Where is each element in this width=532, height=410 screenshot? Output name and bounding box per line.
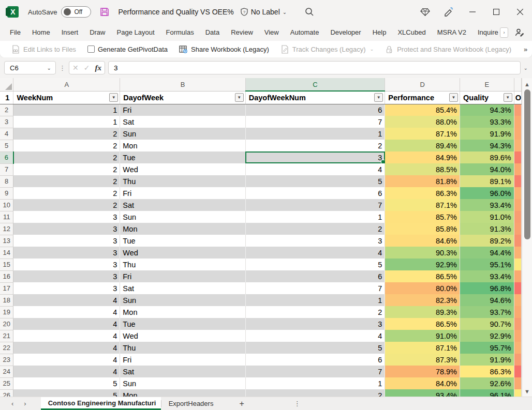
cell-oee-sliver[interactable]	[514, 104, 521, 116]
cell-quality[interactable]: 89.2%	[460, 235, 514, 247]
cell-quality[interactable]: 93.4%	[460, 199, 514, 211]
diamond-icon[interactable]	[413, 0, 437, 24]
cell-dayofweek[interactable]: Mon	[120, 389, 246, 397]
cell-oee-sliver[interactable]	[514, 163, 521, 175]
ribbon-tab-insert[interactable]: Insert	[56, 24, 84, 41]
scroll-down-arrow-icon[interactable]: ▼	[524, 388, 530, 394]
cell-weeknum[interactable]: 3	[13, 235, 120, 247]
cell-dayofweeknum[interactable]: 2	[245, 306, 385, 318]
row-header-20[interactable]: 20	[0, 318, 13, 330]
cell-dayofweeknum[interactable]: 4	[245, 163, 385, 175]
cell-oee-sliver[interactable]	[514, 270, 521, 282]
row-header-19[interactable]: 19	[0, 306, 13, 318]
cell-performance[interactable]: 87.1%	[385, 342, 460, 354]
cell-quality[interactable]: 93.4%	[460, 270, 514, 282]
cell-dayofweek[interactable]: Fri	[120, 354, 246, 366]
sheet-tab-contoso-engineering-manufacturi[interactable]: Contoso Engineering Manufacturi	[41, 397, 161, 410]
cell-weeknum[interactable]: 4	[13, 318, 120, 330]
cell-dayofweeknum[interactable]: 6	[245, 104, 385, 116]
scroll-up-arrow-icon[interactable]: ▲	[524, 81, 530, 87]
cell-performance[interactable]: 93.4%	[385, 389, 460, 397]
ribbon-tab-draw[interactable]: Draw	[84, 24, 111, 41]
cell-performance[interactable]: 86.5%	[385, 318, 460, 330]
filter-dropdown-button[interactable]: ▼	[504, 93, 512, 102]
cell-dayofweek[interactable]: Fri	[120, 104, 246, 116]
cell-dayofweek[interactable]: Sun	[120, 377, 246, 389]
cell-weeknum[interactable]: 2	[13, 187, 120, 199]
cell-weeknum[interactable]: 2	[13, 175, 120, 187]
ribbon-tab-file[interactable]: File	[4, 24, 26, 41]
cell-dayofweek[interactable]: Thu	[120, 175, 246, 187]
row-header-22[interactable]: 22	[0, 342, 13, 354]
row-header-14[interactable]: 14	[0, 247, 13, 259]
filter-dropdown-button[interactable]: ▼	[449, 93, 458, 102]
cell-oee-sliver[interactable]	[514, 128, 521, 140]
tab-bar-drag-handle[interactable]: ⋮	[294, 400, 301, 407]
cell-dayofweek[interactable]: Mon	[120, 223, 246, 235]
command-overflow-button[interactable]: »	[524, 45, 528, 53]
cell-dayofweeknum[interactable]: 2	[245, 389, 385, 397]
column-header-D[interactable]: D	[385, 78, 460, 91]
cell-dayofweek[interactable]: Wed	[120, 163, 246, 175]
cell-oee-sliver[interactable]	[514, 140, 521, 151]
cell-performance[interactable]: 82.3%	[385, 294, 460, 306]
cell-oee-sliver[interactable]	[514, 306, 521, 318]
ribbon-tab-home[interactable]: Home	[26, 24, 56, 41]
cell-performance[interactable]: 89.4%	[385, 140, 460, 151]
cell-dayofweeknum[interactable]: 2	[245, 140, 385, 151]
cell-dayofweeknum[interactable]: 2	[245, 223, 385, 235]
row-header-9[interactable]: 9	[0, 187, 13, 199]
sheet-tab-exportheaders[interactable]: ExportHeaders	[161, 397, 221, 410]
formula-bar-drag-handle[interactable]: ⋮	[59, 64, 66, 72]
cell-weeknum[interactable]: 3	[13, 282, 120, 294]
cell-quality[interactable]: 92.6%	[460, 377, 514, 389]
cell-quality[interactable]: 95.7%	[460, 342, 514, 354]
cell-performance[interactable]: 91.0%	[385, 330, 460, 342]
cell-weeknum[interactable]: 4	[13, 306, 120, 318]
row-header-18[interactable]: 18	[0, 294, 13, 306]
cell-weeknum[interactable]: 2	[13, 163, 120, 175]
cell-quality[interactable]: 94.3%	[460, 140, 514, 151]
cell-weeknum[interactable]: 3	[13, 211, 120, 223]
cell-oee-sliver[interactable]	[514, 282, 521, 294]
ribbon-tab-developer[interactable]: Developer	[324, 24, 366, 41]
cell-quality[interactable]: 93.7%	[460, 306, 514, 318]
cell-weeknum[interactable]: 3	[13, 270, 120, 282]
filter-dropdown-button[interactable]: ▼	[235, 93, 244, 102]
cell-weeknum[interactable]: 3	[13, 259, 120, 270]
sheet-nav-right-icon[interactable]: ›	[24, 400, 26, 407]
cell-dayofweeknum[interactable]: 6	[245, 187, 385, 199]
row-header-16[interactable]: 16	[0, 270, 13, 282]
cell-quality[interactable]: 91.9%	[460, 128, 514, 140]
ribbon-tab-help[interactable]: Help	[367, 24, 392, 41]
row-header-8[interactable]: 8	[0, 175, 13, 187]
cell-dayofweeknum[interactable]: 1	[245, 377, 385, 389]
cell-dayofweek[interactable]: Wed	[120, 247, 246, 259]
cell-dayofweeknum[interactable]: 1	[245, 294, 385, 306]
row-header-26[interactable]: 26	[0, 389, 13, 397]
cell-dayofweeknum[interactable]: 1	[245, 128, 385, 140]
cell-performance[interactable]: 84.0%	[385, 377, 460, 389]
row-header-6[interactable]: 6	[0, 151, 13, 163]
cell-dayofweeknum[interactable]: 3	[245, 318, 385, 330]
row-header-25[interactable]: 25	[0, 377, 13, 389]
ribbon-tab-review[interactable]: Review	[225, 24, 259, 41]
cell-weeknum[interactable]: 4	[13, 354, 120, 366]
cell-dayofweeknum[interactable]: 7	[245, 366, 385, 377]
cell-weeknum[interactable]: 4	[13, 330, 120, 342]
cell-weeknum[interactable]: 5	[13, 389, 120, 397]
column-header-F[interactable]	[514, 78, 521, 91]
generate-getpivotdata-checkbox[interactable]: Generate GetPivotData	[87, 45, 168, 53]
cell-dayofweek[interactable]: Mon	[120, 306, 246, 318]
cell-dayofweek[interactable]: Tue	[120, 318, 246, 330]
cell-weeknum[interactable]: 4	[13, 342, 120, 354]
cell-performance[interactable]: 86.3%	[385, 187, 460, 199]
close-button[interactable]	[508, 0, 532, 24]
cell-quality[interactable]: 92.9%	[460, 330, 514, 342]
cell-dayofweeknum[interactable]: 5	[245, 175, 385, 187]
feedback-pen-icon[interactable]	[437, 0, 461, 24]
cell-quality[interactable]: 96.1%	[460, 389, 514, 397]
cell-performance[interactable]: 81.8%	[385, 175, 460, 187]
ribbon-tab-view[interactable]: View	[259, 24, 285, 41]
cell-quality[interactable]: 96.0%	[460, 187, 514, 199]
